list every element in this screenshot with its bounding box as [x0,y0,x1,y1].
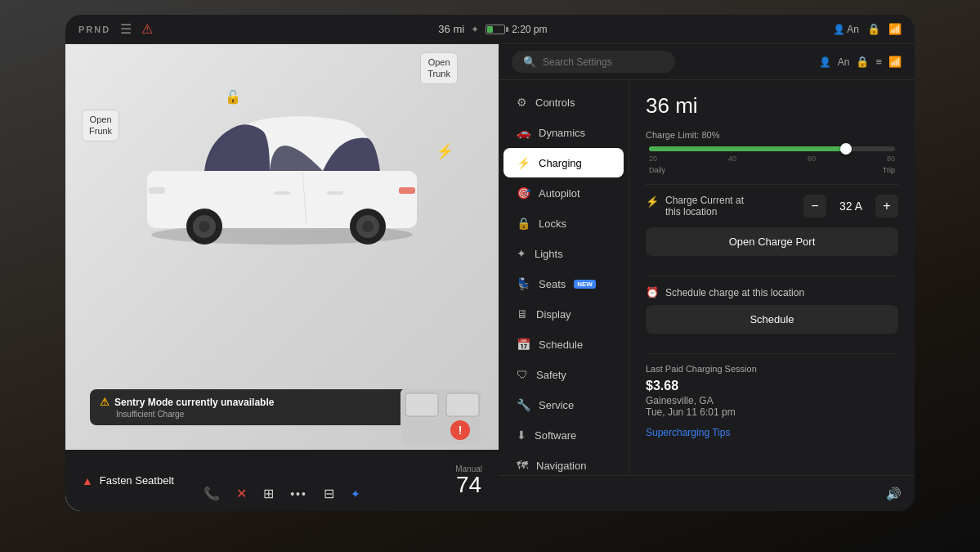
charge-limit-label: Charge Limit: 80% [646,130,898,140]
user-name: An [838,56,850,68]
camera-view[interactable]: ! [401,388,482,446]
fasten-seatbelt-text: Fasten Seatbelt [100,474,174,487]
nav-item-lights[interactable]: ✦ Lights [503,239,624,268]
nav-item-locks[interactable]: 🔒 Locks [503,209,624,238]
divider-2 [646,276,898,276]
nav-item-dynamics[interactable]: 🚗 Dynamics [503,118,624,147]
car-door-handle-2 [327,191,343,195]
bar-tick-20: 20 [649,155,657,163]
nav-label-seats: Seats [539,278,566,290]
main-content: Open Frunk Open Trunk 🔓 ⚡ [65,44,915,511]
navigation-icon: 🗺 [517,459,528,472]
lock-nav-icon: 🔒 [856,56,869,68]
car-wheel-right-hub [362,221,374,232]
nav-label-lights: Lights [535,248,563,260]
nav-label-navigation: Navigation [536,460,586,472]
bar-label-daily: Daily [649,166,665,174]
locks-icon: 🔒 [517,217,530,230]
svg-text:!: ! [459,424,463,437]
nav-item-controls[interactable]: ⚙ Controls [503,88,624,117]
nav-item-charging[interactable]: ⚡ Charging [503,148,624,177]
nav-item-autopilot[interactable]: 🎯 Autopilot [503,178,624,208]
bar-label-trip: Trip [883,166,895,174]
search-input[interactable] [543,56,657,68]
sentry-alert-sub: Insufficient Charge [100,410,407,419]
volume-icon[interactable]: 🔊 [886,487,902,501]
nav-label-locks: Locks [539,218,566,230]
battery-fill [487,26,493,33]
top-center: 36 mi ✦ 2:20 pm [438,23,547,35]
nav-item-software[interactable]: ⬇ Software [503,420,624,450]
car-svg [127,89,437,245]
schedule-row: ⏰ Schedule charge at this location [646,286,898,298]
nav-label-schedule: Schedule [539,339,583,351]
charging-icon: ⚡ [517,156,530,169]
wifi-nav-icon: 📶 [888,56,902,68]
left-bottom-bar: ▲ Fasten Seatbelt Manual 74 [65,450,499,511]
bluetooth-taskbar-icon[interactable]: ✦ [351,487,360,500]
increase-current-button[interactable]: + [875,195,898,218]
search-input-wrapper[interactable]: 🔍 [512,51,675,73]
time-display: 2:20 pm [512,24,547,35]
svg-rect-1 [405,393,438,416]
alert-icon: ⚠ [141,21,153,37]
phone-icon[interactable]: 📞 [204,486,220,501]
bottom-nav: 🔊 [499,475,915,511]
search-icon: 🔍 [523,56,536,68]
apps-icon[interactable]: ⊟ [324,486,334,501]
decrease-current-button[interactable]: − [803,195,826,218]
charge-limit-fill [649,146,846,151]
charge-limit-slider[interactable] [649,146,895,151]
camera-icon[interactable]: ⊞ [263,486,274,501]
close-call-icon[interactable]: ✕ [236,486,247,501]
nav-label-software: Software [535,429,576,442]
nav-label-autopilot: Autopilot [539,187,580,200]
seats-new-badge: NEW [574,280,596,289]
current-value-display: 32 A [835,200,867,213]
car-taillight [399,187,415,194]
nav-item-schedule[interactable]: 📅 Schedule [503,330,624,359]
schedule-section: ⏰ Schedule charge at this location Sched… [646,286,898,343]
menu-icon[interactable]: ☰ [120,21,132,37]
last-session-section: Last Paid Charging Session $3.68 Gainesv… [646,364,898,439]
charge-limit-thumb[interactable] [840,143,852,155]
bar-tick-80: 80 [887,155,895,163]
left-panel: Open Frunk Open Trunk 🔓 ⚡ [65,44,499,511]
car-door-handle [274,191,290,195]
nav-item-service[interactable]: 🔧 Service [503,390,624,420]
schedule-button[interactable]: Schedule [646,305,898,334]
top-bar: PRND ☰ ⚠ 36 mi ✦ 2:20 pm 👤 An 🔒 📶 [65,15,915,44]
safety-icon: 🛡 [517,368,528,381]
sentry-alert: ⚠ Sentry Mode currently unavailable Insu… [90,389,417,425]
user-icon[interactable]: 👤 An [833,24,859,35]
user-profile-area[interactable]: 👤 An 🔒 ≡ 📶 [819,56,902,68]
main-screen: PRND ☰ ⚠ 36 mi ✦ 2:20 pm 👤 An 🔒 📶 Open F… [65,15,915,511]
search-bar-container: 🔍 👤 An 🔒 ≡ 📶 [499,44,915,80]
nav-item-seats[interactable]: 💺 Seats NEW [503,269,624,298]
top-bar-left: PRND ☰ ⚠ [78,21,153,37]
bar-tick-60: 60 [808,155,816,163]
charge-current-text: Charge Current at this location [665,195,744,218]
more-options-icon[interactable]: ••• [290,487,307,500]
range-display: 36 mi [438,23,464,35]
lock-status-icon: 🔒 [867,23,880,35]
nav-item-safety[interactable]: 🛡 Safety [503,360,624,389]
nav-item-display[interactable]: 🖥 Display [503,299,624,329]
schedule-icon: 📅 [517,338,530,351]
car-illustration-container [65,77,499,257]
supercharging-tips-link[interactable]: Supercharging Tips [646,427,730,438]
nav-label-dynamics: Dynamics [539,127,585,139]
last-session-label: Last Paid Charging Session [646,364,898,374]
settings-wrapper: ⚙ Controls 🚗 Dynamics ⚡ Charging 🎯 Autop… [499,80,915,511]
car-wheel-left-hub [199,221,210,232]
battery-icon [486,25,505,34]
current-control: − 32 A + [803,195,898,218]
charge-current-label: ⚡ Charge Current at this location [646,195,744,218]
charge-current-row: ⚡ Charge Current at this location − 32 A… [646,195,898,218]
nav-label-safety: Safety [536,369,566,381]
svg-rect-2 [446,393,479,416]
open-charge-port-button[interactable]: Open Charge Port [646,227,898,256]
charging-title: 36 mi [646,93,898,119]
controls-icon: ⚙ [517,96,527,109]
schedule-alarm-icon: ⏰ [646,286,659,298]
